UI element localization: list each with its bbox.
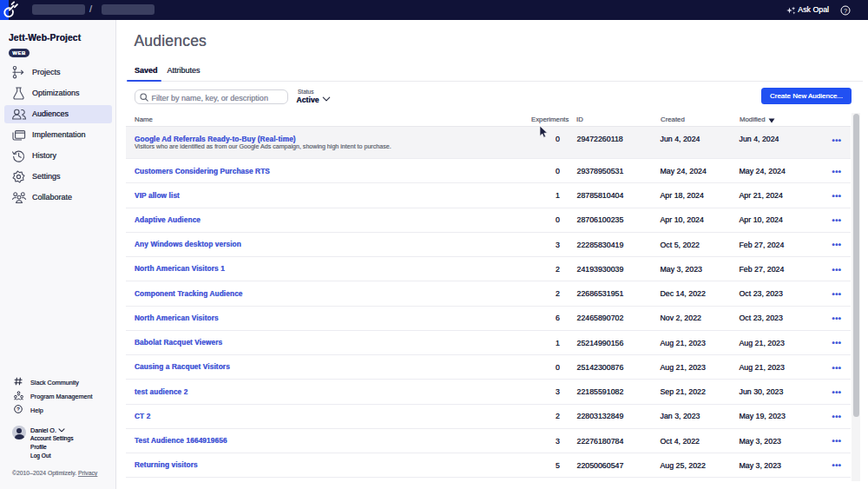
- svg-text:?: ?: [16, 406, 20, 412]
- svg-text:?: ?: [843, 7, 846, 15]
